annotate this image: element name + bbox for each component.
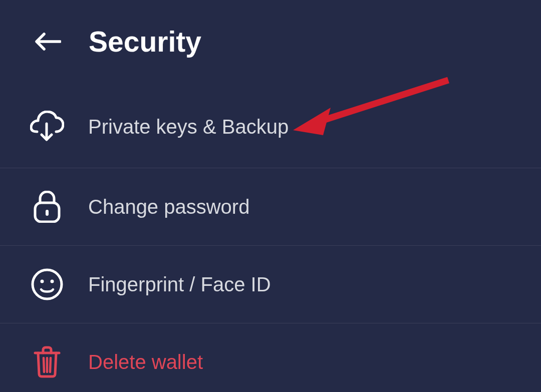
arrow-left-icon xyxy=(35,32,61,51)
item-label: Fingerprint / Face ID xyxy=(88,273,271,296)
item-label: Change password xyxy=(88,196,249,218)
fingerprint-faceid-item[interactable]: Fingerprint / Face ID xyxy=(0,246,541,323)
page-title: Security xyxy=(89,25,201,58)
header: Security xyxy=(0,0,541,78)
lock-icon xyxy=(30,191,64,223)
delete-wallet-item[interactable]: Delete wallet xyxy=(0,323,541,392)
settings-list: Private keys & Backup Change password Fi… xyxy=(0,78,541,392)
svg-point-3 xyxy=(41,280,44,283)
back-button[interactable] xyxy=(35,32,61,51)
svg-point-2 xyxy=(33,270,62,299)
item-label: Delete wallet xyxy=(88,351,203,373)
smile-icon xyxy=(30,268,64,300)
svg-rect-1 xyxy=(46,210,49,216)
svg-point-4 xyxy=(51,280,54,283)
trash-icon xyxy=(30,346,64,378)
change-password-item[interactable]: Change password xyxy=(0,168,541,246)
cloud-download-icon xyxy=(30,111,64,143)
private-keys-backup-item[interactable]: Private keys & Backup xyxy=(0,78,541,168)
item-label: Private keys & Backup xyxy=(88,116,289,138)
